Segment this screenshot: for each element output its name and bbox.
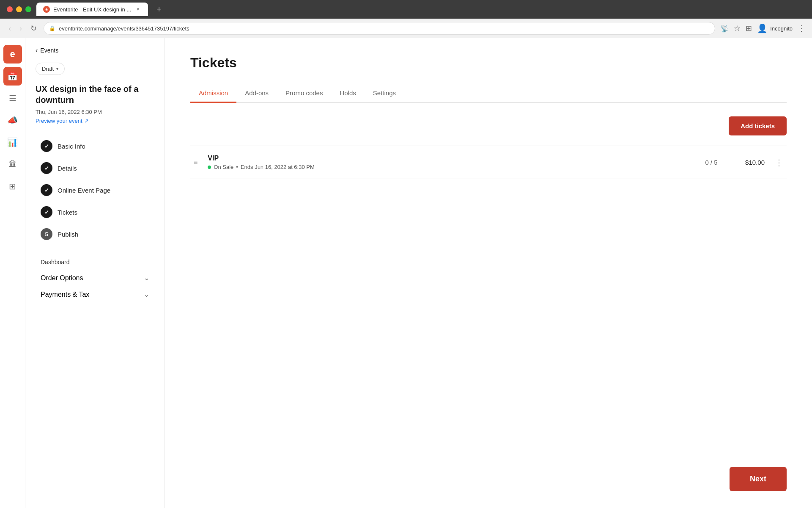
ticket-info: VIP On Sale • Ends Jun 16, 2022 at 6:30 … (208, 155, 692, 170)
close-dot[interactable] (7, 6, 13, 12)
sidebar-item-basic-info[interactable]: Basic Info (36, 136, 154, 156)
back-nav-button[interactable]: ‹ (7, 22, 13, 35)
incognito-label: Incognito (770, 25, 793, 32)
url-text: eventbrite.com/manage/events/33645173519… (59, 25, 189, 32)
bookmark-icon[interactable]: ☆ (734, 24, 741, 33)
payments-tax-label: Payments & Tax (41, 291, 89, 298)
forward-nav-button[interactable]: › (18, 22, 24, 35)
details-step-indicator (41, 162, 52, 174)
tickets-step-indicator (41, 206, 52, 218)
ticket-more-options-button[interactable]: ⋮ (771, 156, 787, 169)
preview-event-link[interactable]: Preview your event ↗ (36, 118, 154, 124)
preview-label: Preview your event (36, 118, 82, 124)
maximize-dot[interactable] (25, 6, 31, 12)
tab-favicon: e (43, 6, 50, 13)
status-dot-icon (208, 166, 211, 169)
tab-add-ons[interactable]: Add-ons (236, 84, 277, 103)
eventbrite-logo[interactable]: e (3, 45, 22, 64)
event-title: UX design in the face of a downturn (36, 83, 154, 105)
refresh-button[interactable]: ↻ (29, 22, 38, 35)
check-icon (44, 143, 49, 149)
sidebar-item-tickets[interactable]: Tickets (36, 202, 154, 222)
tab-promo-codes[interactable]: Promo codes (277, 84, 331, 103)
page-title: Tickets (190, 55, 787, 71)
ticket-name: VIP (208, 155, 692, 162)
security-lock-icon: 🔒 (49, 25, 55, 31)
toolbar-icons: 📡 ☆ ⊞ 👤 Incognito ⋮ (720, 23, 805, 33)
sidebar-item-payments-tax[interactable]: Payments & Tax ⌄ (36, 286, 154, 303)
analytics-rail-icon[interactable]: 📊 (3, 133, 22, 152)
draft-status-button[interactable]: Draft ▾ (36, 63, 65, 75)
browser-tab[interactable]: e Eventbrite - Edit UX design in ... × (36, 3, 148, 16)
event-date: Thu, Jun 16, 2022 6:30 PM (36, 109, 154, 115)
draft-label: Draft (42, 66, 54, 72)
ticket-count: 0 / 5 (699, 159, 724, 166)
calendar-rail-icon[interactable]: 📅 (3, 67, 22, 86)
nav-steps: Basic Info Details Online Event Page (36, 136, 154, 244)
payments-tax-chevron-icon: ⌄ (144, 290, 149, 298)
icon-rail: e 📅 ☰ 📣 📊 🏛 ⊞ (0, 38, 25, 508)
ticket-status: On Sale • Ends Jun 16, 2022 at 6:30 PM (208, 164, 692, 170)
tab-admission[interactable]: Admission (190, 84, 236, 103)
back-to-events-link[interactable]: ‹ Events (36, 47, 154, 54)
new-tab-button[interactable]: + (153, 5, 165, 14)
address-bar[interactable]: 🔒 eventbrite.com/manage/events/336451735… (44, 22, 715, 35)
tabs-bar: Admission Add-ons Promo codes Holds Sett… (190, 84, 787, 103)
order-options-label: Order Options (41, 274, 83, 282)
online-event-page-step-indicator (41, 184, 52, 196)
tab-close-button[interactable]: × (134, 6, 141, 13)
finance-rail-icon[interactable]: 🏛 (3, 155, 22, 174)
browser-toolbar: ‹ › ↻ 🔒 eventbrite.com/manage/events/336… (0, 19, 812, 38)
next-button[interactable]: Next (730, 467, 787, 491)
add-tickets-row: Add tickets (190, 116, 787, 135)
details-label: Details (58, 165, 77, 172)
sidebar-item-publish[interactable]: 5 Publish (36, 224, 154, 244)
next-button-container: Next (730, 467, 787, 491)
incognito-avatar-icon: 👤 (757, 23, 768, 33)
publish-label: Publish (58, 231, 78, 238)
orders-rail-icon[interactable]: ☰ (3, 89, 22, 108)
tab-holds[interactable]: Holds (331, 84, 364, 103)
menu-icon[interactable]: ⋮ (798, 24, 805, 33)
ticket-status-separator: • (236, 164, 238, 170)
app-layout: e 📅 ☰ 📣 📊 🏛 ⊞ ‹ Events Draft ▾ UX design… (0, 38, 812, 508)
tab-settings[interactable]: Settings (365, 84, 404, 103)
basic-info-label: Basic Info (58, 143, 85, 150)
incognito-profile[interactable]: 👤 Incognito (757, 23, 793, 33)
ticket-price: $10.00 (731, 159, 765, 166)
draft-chevron-icon: ▾ (56, 66, 58, 71)
sidebar-item-dashboard[interactable]: Dashboard (36, 254, 154, 270)
table-row: ≡ VIP On Sale • Ends Jun 16, 2022 at 6:3… (190, 146, 787, 179)
drag-handle-icon[interactable]: ≡ (190, 159, 201, 166)
ticket-end-date: Ends Jun 16, 2022 at 6:30 PM (241, 164, 315, 170)
back-arrow-icon: ‹ (36, 47, 38, 54)
minimize-dot[interactable] (16, 6, 22, 12)
check-icon (44, 209, 49, 215)
tickets-label: Tickets (58, 209, 77, 216)
basic-info-step-indicator (41, 140, 52, 152)
order-options-chevron-icon: ⌄ (144, 274, 149, 282)
ticket-status-label: On Sale (214, 164, 233, 170)
check-icon (44, 187, 49, 193)
back-label: Events (40, 47, 58, 54)
nav-sidebar: ‹ Events Draft ▾ UX design in the face o… (25, 38, 165, 508)
apps-rail-icon[interactable]: ⊞ (3, 177, 22, 196)
check-icon (44, 165, 49, 171)
sidebar-item-order-options[interactable]: Order Options ⌄ (36, 270, 154, 286)
sidebar-item-details[interactable]: Details (36, 158, 154, 178)
browser-titlebar: e Eventbrite - Edit UX design in ... × + (0, 0, 812, 19)
cast-icon[interactable]: 📡 (720, 25, 729, 33)
online-event-page-label: Online Event Page (58, 187, 110, 194)
publish-step-indicator: 5 (41, 228, 52, 240)
tab-title: Eventbrite - Edit UX design in ... (53, 6, 131, 13)
extensions-icon[interactable]: ⊞ (746, 24, 752, 33)
main-content: Tickets Admission Add-ons Promo codes Ho… (165, 38, 812, 508)
browser-dots (7, 6, 31, 12)
browser-chrome: e Eventbrite - Edit UX design in ... × +… (0, 0, 812, 38)
external-link-icon: ↗ (84, 118, 89, 124)
ticket-list: ≡ VIP On Sale • Ends Jun 16, 2022 at 6:3… (190, 146, 787, 179)
marketing-rail-icon[interactable]: 📣 (3, 111, 22, 130)
add-tickets-button[interactable]: Add tickets (729, 116, 787, 135)
sidebar-item-online-event-page[interactable]: Online Event Page (36, 180, 154, 200)
